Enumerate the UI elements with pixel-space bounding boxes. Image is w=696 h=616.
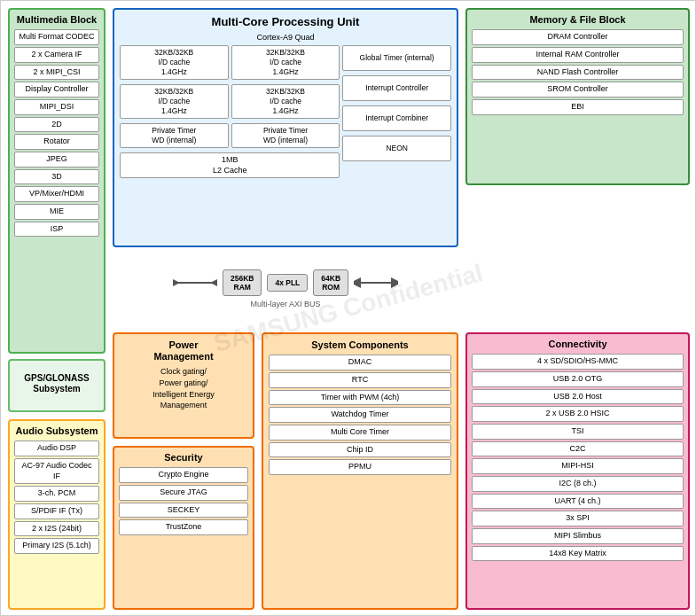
cpu-global-timer: Global Timer (internal) — [342, 45, 451, 71]
gps-block: GPS/GLONASS Subsystem — [8, 359, 106, 412]
cpu-title: Multi-Core Processing Unit — [120, 15, 451, 29]
conn-item-10: MIPI Slimbus — [472, 528, 684, 544]
bus-arrow-left — [173, 274, 217, 292]
conn-item-3: 2 x USB 2.0 HSIC — [472, 406, 684, 422]
audio-block: Audio Subsystem Audio DSP AC-97 Audio Co… — [8, 419, 106, 610]
sys-item-4: Multi Core Timer — [269, 425, 451, 441]
mem-item-2: NAND Flash Controller — [472, 65, 684, 81]
multimedia-block: Multimedia Block Multi Format CODEC 2 x … — [8, 8, 106, 354]
mem-item-1: Internal RAM Controller — [472, 47, 684, 63]
conn-item-5: C2C — [472, 441, 684, 457]
mm-item-4: MIPI_DSI — [14, 99, 99, 115]
cpu-interrupt-ctrl: Interrupt Controller — [342, 75, 451, 101]
conn-item-9: 3x SPI — [472, 511, 684, 526]
cpu-timer-1: Private Timer WD (internal) — [231, 123, 340, 148]
cpu-core-2: 32KB/32KB I/D cache 1.4GHz — [120, 84, 229, 119]
power-desc: Clock gating/ Power gating/ Intelligent … — [120, 366, 247, 410]
power-block: Power Management Clock gating/ Power gat… — [113, 332, 254, 439]
system-block: System Components DMAC RTC Timer with PW… — [262, 332, 458, 610]
mm-item-2: 2 x MIPI_CSI — [14, 65, 99, 81]
mm-item-8: 3D — [14, 169, 99, 185]
sec-item-1: Secure JTAG — [119, 485, 248, 501]
audio-item-4: 2 x I2S (24bit) — [14, 521, 99, 537]
mem-item-3: SROM Controller — [472, 82, 684, 97]
bus-arrow-right — [354, 274, 398, 292]
page-wrapper: SAMSUNG Confidential Multimedia Block Mu… — [0, 0, 696, 616]
conn-item-1: USB 2.0 OTG — [472, 371, 684, 387]
audio-item-0: Audio DSP — [14, 441, 99, 456]
cpu-timer-0: Private Timer WD (internal) — [120, 123, 229, 148]
mm-item-1: 2 x Camera IF — [14, 47, 99, 63]
mem-item-4: EBI — [472, 99, 684, 115]
conn-item-6: MIPI-HSI — [472, 458, 684, 474]
mm-item-11: ISP — [14, 222, 99, 238]
cpu-l2: 1MB L2 Cache — [120, 152, 340, 178]
cpu-subtitle: Cortex-A9 Quad — [120, 33, 451, 42]
sec-item-2: SECKEY — [119, 503, 248, 519]
bus-section: 256KB RAM 4x PLL 64KB ROM Multi-layer AX… — [113, 253, 458, 324]
mm-item-7: JPEG — [14, 152, 99, 168]
sys-item-6: PPMU — [269, 459, 451, 475]
cpu-core-0: 32KB/32KB I/D cache 1.4GHz — [120, 45, 229, 80]
connectivity-block: Connectivity 4 x SD/SDIO/HS-MMC USB 2.0 … — [465, 332, 690, 610]
sys-item-3: Watchdog Timer — [269, 407, 451, 423]
conn-item-0: 4 x SD/SDIO/HS-MMC — [472, 354, 684, 370]
bus-ram: 256KB RAM — [223, 269, 262, 296]
bus-label: Multi-layer AXI BUS — [250, 300, 320, 308]
power-title: Power Management — [120, 339, 247, 363]
mm-item-0: Multi Format CODEC — [14, 29, 99, 45]
audio-item-1: AC-97 Audio Codec IF — [14, 458, 99, 484]
sec-item-0: Crypto Engine — [119, 467, 248, 483]
audio-item-5: Primary I2S (5.1ch) — [14, 538, 99, 554]
mm-item-3: Display Controller — [14, 82, 99, 97]
mm-item-5: 2D — [14, 117, 99, 133]
cpu-block: Multi-Core Processing Unit Cortex-A9 Qua… — [113, 8, 458, 247]
sys-item-2: Timer with PWM (4ch) — [269, 390, 451, 406]
multimedia-title: Multimedia Block — [14, 14, 99, 26]
sys-item-0: DMAC — [269, 355, 451, 370]
audio-item-3: S/PDIF IF (Tx) — [14, 503, 99, 519]
mm-item-6: Rotator — [14, 134, 99, 150]
sys-item-1: RTC — [269, 372, 451, 388]
conn-item-4: TSI — [472, 424, 684, 440]
mem-item-0: DRAM Controller — [472, 29, 684, 45]
cpu-core-3: 32KB/32KB I/D cache 1.4GHz — [231, 84, 340, 119]
audio-item-2: 3-ch. PCM — [14, 486, 99, 502]
security-block: Security Crypto Engine Secure JTAG SECKE… — [113, 446, 254, 610]
connectivity-title: Connectivity — [472, 339, 684, 350]
memory-title: Memory & File Block — [472, 14, 684, 26]
memory-block: Memory & File Block DRAM Controller Inte… — [465, 8, 690, 185]
conn-item-7: I2C (8 ch.) — [472, 476, 684, 492]
sys-item-5: Chip ID — [269, 442, 451, 458]
conn-item-11: 14x8 Key Matrix — [472, 546, 684, 562]
sec-item-3: TrustZone — [119, 519, 248, 535]
cpu-neon: NEON — [342, 136, 451, 161]
conn-item-8: UART (4 ch.) — [472, 494, 684, 510]
bus-pll: 4x PLL — [267, 274, 308, 292]
security-title: Security — [119, 452, 248, 464]
cpu-core-1: 32KB/32KB I/D cache 1.4GHz — [231, 45, 340, 80]
system-title: System Components — [269, 339, 451, 351]
gps-title: GPS/GLONASS Subsystem — [24, 373, 89, 394]
cpu-interrupt-comb: Interrupt Combiner — [342, 105, 451, 131]
bus-rom: 64KB ROM — [313, 269, 348, 296]
mm-item-10: MIE — [14, 204, 99, 220]
mm-item-9: VP/Mixer/HDMI — [14, 186, 99, 202]
audio-title: Audio Subsystem — [14, 425, 99, 437]
conn-item-2: USB 2.0 Host — [472, 389, 684, 405]
